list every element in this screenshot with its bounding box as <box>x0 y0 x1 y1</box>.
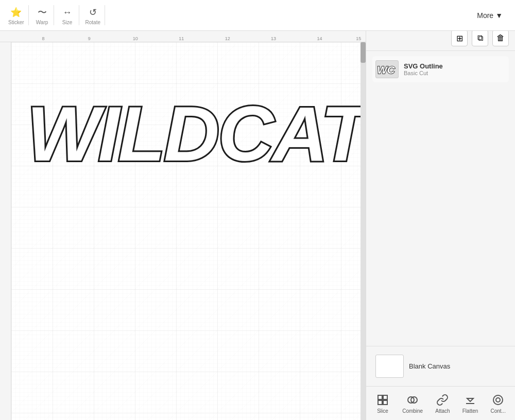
sticker-tool[interactable]: ⭐ Sticker <box>8 5 24 25</box>
blank-canvas-area: Blank Canvas <box>366 346 515 386</box>
combine-tool[interactable]: Combine <box>398 391 427 416</box>
ruler-mark-9: 9 <box>88 36 91 42</box>
more-arrow-icon: ▼ <box>495 11 503 20</box>
canvas-area[interactable]: 8 9 10 11 12 13 14 15 <box>0 31 366 420</box>
ruler-mark-8: 8 <box>42 36 44 42</box>
layer-list: WC SVG Outline Basic Cut <box>366 51 515 346</box>
scrollbar-thumb[interactable] <box>360 42 366 63</box>
rotate-tool[interactable]: ↺ Rotate <box>85 5 100 25</box>
attach-icon <box>435 393 450 407</box>
ruler-mark-12: 12 <box>225 36 230 42</box>
sticker-label: Sticker <box>8 20 24 25</box>
rotate-label: Rotate <box>85 20 100 25</box>
contour-label: Cont... <box>490 408 505 414</box>
top-toolbar: ⭐ Sticker 〜 Warp ↔ Size ↺ Rotate More ▼ <box>0 0 515 31</box>
add-layer-button[interactable]: ⊞ <box>451 30 468 46</box>
toolbar-sticker-section: ⭐ Sticker <box>4 5 29 25</box>
ruler-mark-15: 15 <box>356 36 361 42</box>
flatten-tool[interactable]: Flatten <box>458 391 483 416</box>
svg-rect-10 <box>378 395 382 399</box>
sticker-icon: ⭐ <box>9 5 23 20</box>
toolbar-size-section: ↔ Size <box>56 5 79 25</box>
attach-tool[interactable]: Attach <box>431 391 454 416</box>
layer-thumbnail: WC <box>375 60 399 78</box>
blank-canvas-label: Blank Canvas <box>409 362 450 370</box>
ruler-mark-14: 14 <box>317 36 322 42</box>
warp-tool[interactable]: 〜 Warp <box>35 5 49 25</box>
ruler-mark-11: 11 <box>179 36 184 42</box>
ruler-mark-13: 13 <box>271 36 276 42</box>
blank-canvas-item[interactable]: Blank Canvas <box>372 352 509 381</box>
warp-icon: 〜 <box>35 5 49 20</box>
svg-text:WILDCATS: WILDCATS <box>27 91 360 177</box>
svg-point-17 <box>493 395 503 405</box>
slice-icon <box>375 393 390 407</box>
svg-rect-12 <box>378 400 382 405</box>
toolbar-rotate-section: ↺ Rotate <box>81 5 105 25</box>
slice-tool[interactable]: Slice <box>371 391 394 416</box>
attach-label: Attach <box>435 408 450 414</box>
vertical-scrollbar[interactable] <box>360 42 366 420</box>
bottom-toolbar: Slice Combine Attach <box>366 386 515 420</box>
layer-type: Basic Cut <box>404 70 506 76</box>
rotate-icon: ↺ <box>85 5 100 20</box>
contour-icon <box>491 393 505 407</box>
slice-label: Slice <box>377 408 388 414</box>
toolbar-more-section: More ▼ <box>469 9 511 22</box>
delete-layer-icon: 🗑 <box>496 33 505 43</box>
warp-label: Warp <box>36 20 48 25</box>
right-panel: Layers Color Sync × ⊞ ⧉ 🗑 WC SVG Outline <box>366 0 515 420</box>
duplicate-layer-button[interactable]: ⧉ <box>472 30 488 46</box>
add-layer-icon: ⊞ <box>456 33 463 43</box>
more-button[interactable]: More ▼ <box>473 9 507 22</box>
contour-tool[interactable]: Cont... <box>486 391 509 416</box>
list-item[interactable]: WC SVG Outline Basic Cut <box>372 56 509 82</box>
size-icon: ↔ <box>60 5 75 20</box>
svg-rect-13 <box>383 400 387 405</box>
combine-label: Combine <box>402 408 423 414</box>
layer-info: SVG Outline Basic Cut <box>404 62 506 76</box>
more-label: More <box>477 11 493 20</box>
ruler-mark-10: 10 <box>133 36 138 42</box>
flatten-label: Flatten <box>462 408 478 414</box>
flatten-icon <box>463 393 477 407</box>
layer-name: SVG Outline <box>404 62 506 70</box>
toolbar-warp-section: 〜 Warp <box>31 5 54 25</box>
size-tool[interactable]: ↔ Size <box>60 5 75 25</box>
duplicate-layer-icon: ⧉ <box>477 33 483 43</box>
svg-text:WC: WC <box>377 64 396 76</box>
combine-icon <box>405 393 420 407</box>
ruler-left <box>0 42 11 420</box>
grid-svg: WILDCATS WILDCATS <box>11 42 360 420</box>
size-label: Size <box>62 20 72 25</box>
svg-point-18 <box>496 398 500 402</box>
blank-canvas-thumbnail <box>375 355 404 378</box>
ruler-top: 8 9 10 11 12 13 14 15 <box>0 31 366 42</box>
svg-rect-11 <box>383 395 387 399</box>
delete-layer-button[interactable]: 🗑 <box>492 30 509 46</box>
grid-canvas[interactable]: WILDCATS WILDCATS <box>11 42 360 420</box>
